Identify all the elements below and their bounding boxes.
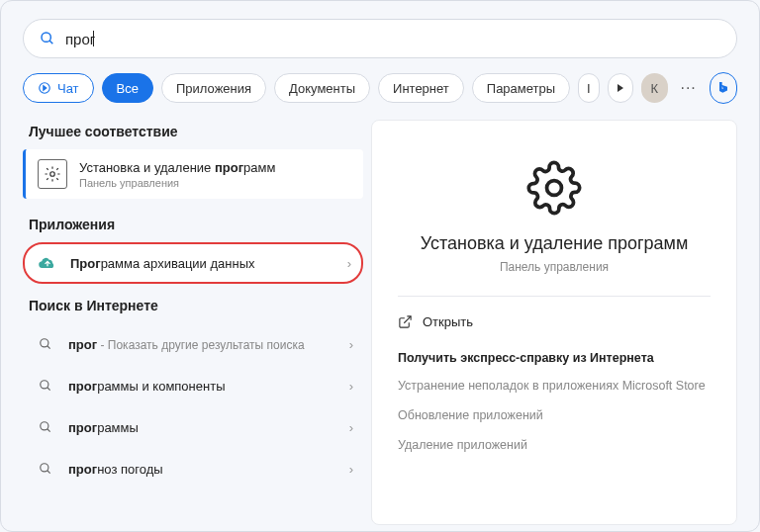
play-icon [616,83,625,93]
chevron-right-icon: › [349,420,353,435]
open-action[interactable]: Открыть [398,310,711,333]
app-result-label: Программа архивации данных [70,256,335,271]
ellipsis-icon: ··· [680,79,696,97]
preview-title: Установка и удаление программ [398,233,711,254]
svg-line-5 [48,346,50,349]
preview-gear-icon [398,160,711,216]
search-box[interactable]: прог [23,19,737,58]
bing-chat-icon [38,81,51,95]
filter-all[interactable]: Все [102,73,153,103]
help-link-0[interactable]: Устранение неполадок в приложениях Micro… [398,379,711,393]
filter-settings[interactable]: Параметры [472,73,570,103]
best-match-header: Лучшее соответствие [29,124,363,139]
filter-all-label: Все [117,81,139,96]
web-result-1[interactable]: программы и компоненты › [23,365,363,406]
filter-documents[interactable]: Документы [274,73,370,103]
filter-apps-label: Приложения [176,81,251,96]
filter-bar: Чат Все Приложения Документы Интернет Па… [23,72,737,104]
svg-line-9 [48,429,50,432]
divider [398,296,711,297]
user-avatar[interactable]: К [641,73,667,103]
preview-subtitle: Панель управления [398,260,711,274]
svg-point-6 [41,381,48,389]
search-icon [35,375,56,397]
chevron-right-icon: › [349,379,353,394]
web-result-0[interactable]: прог - Показать другие результаты поиска… [23,323,363,365]
search-icon [35,458,56,480]
filter-truncated-label: І [587,81,591,96]
best-match-text: Установка и удаление программ Панель упр… [79,160,275,189]
filter-internet[interactable]: Интернет [378,73,464,103]
web-header: Поиск в Интернете [29,298,363,313]
help-header: Получить экспресс-справку из Интернета [398,351,711,365]
filter-internet-label: Интернет [393,81,449,96]
web-result-3[interactable]: прогноз погоды › [23,448,363,489]
svg-point-12 [547,181,562,196]
filter-apps[interactable]: Приложения [161,73,266,103]
help-link-2[interactable]: Удаление приложений [398,438,711,452]
filter-settings-label: Параметры [487,81,555,96]
more-button[interactable]: ··· [676,73,702,103]
filter-chat-label: Чат [57,81,79,96]
chevron-right-icon: › [349,337,353,352]
preview-panel: Установка и удаление программ Панель упр… [371,120,737,525]
search-icon [35,333,56,355]
filter-scroll-right[interactable] [608,73,634,103]
svg-point-4 [41,339,48,347]
web-result-2[interactable]: программы › [23,406,363,448]
svg-point-10 [41,464,48,472]
best-match-item[interactable]: Установка и удаление программ Панель упр… [23,149,363,199]
open-icon [398,314,413,329]
svg-point-8 [41,422,48,430]
bing-button[interactable] [710,72,737,104]
filter-truncated[interactable]: І [578,73,600,103]
results-panel: Лучшее соответствие Установка и удаление… [23,120,371,525]
filter-documents-label: Документы [289,81,355,96]
svg-line-7 [48,388,50,391]
web-result-label: прогноз погоды [68,462,337,477]
search-icon [35,416,56,438]
avatar-initial: К [651,81,659,96]
help-link-1[interactable]: Обновление приложений [398,408,711,422]
web-result-label: прог - Показать другие результаты поиска [68,337,337,352]
bing-icon [715,80,731,96]
web-result-label: программы [68,420,337,435]
cloud-upload-icon [37,252,58,274]
svg-line-11 [48,471,50,474]
web-result-label: программы и компоненты [68,379,337,394]
chevron-right-icon: › [347,256,351,271]
apps-header: Приложения [29,217,363,232]
open-label: Открыть [423,314,473,329]
app-result-archive[interactable]: Программа архивации данных › [23,242,363,284]
svg-point-3 [50,172,55,177]
filter-chat[interactable]: Чат [23,73,94,103]
gear-icon [38,159,67,189]
chevron-right-icon: › [349,462,353,477]
